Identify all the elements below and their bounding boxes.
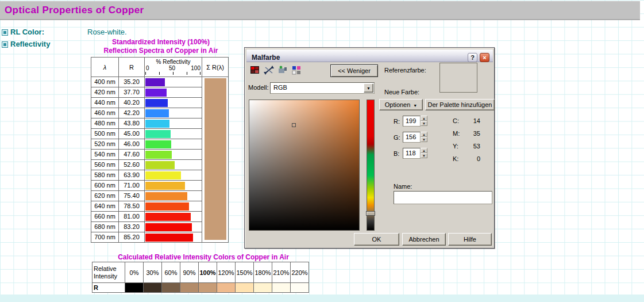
bar-cell bbox=[145, 150, 202, 160]
g-channel-spinner[interactable]: ▲ ▼ bbox=[421, 132, 427, 143]
ok-button[interactable]: OK bbox=[354, 233, 399, 246]
swatch-grid-icon[interactable] bbox=[291, 65, 303, 75]
rl-color-value: Rose-white. bbox=[87, 28, 127, 36]
less-button[interactable]: << Weniger bbox=[330, 64, 378, 77]
wavelength-cell: 460 nm bbox=[91, 108, 119, 118]
r-value-cell: 37.70 bbox=[119, 87, 145, 98]
color-gradient-field[interactable] bbox=[249, 100, 360, 231]
r-channel-spinner[interactable]: ▲ ▼ bbox=[421, 116, 427, 127]
hue-slider[interactable] bbox=[367, 100, 375, 231]
chevron-down-icon[interactable]: ▼ bbox=[364, 83, 373, 93]
reflectivity-header-label: % Reflectivity bbox=[145, 59, 202, 65]
dialog-titlebar[interactable]: Malfarbe ? × bbox=[246, 49, 493, 62]
ri-header-cell: 60% bbox=[162, 262, 180, 283]
rl-color-label: RL Color: bbox=[10, 28, 44, 36]
spectra-row: 400 nm35.20 bbox=[91, 77, 229, 87]
spectra-title-line2: Reflection Spectra of Copper in Air bbox=[91, 47, 231, 55]
wavelength-cell: 700 nm bbox=[91, 232, 119, 243]
chevron-down-icon: ▼ bbox=[413, 104, 417, 108]
spin-up-icon[interactable]: ▲ bbox=[421, 132, 427, 137]
reflectivity-bar bbox=[145, 202, 189, 211]
scale-ticks bbox=[145, 72, 202, 75]
g-channel-label: G: bbox=[394, 134, 402, 141]
cancel-button[interactable]: Abbrechen bbox=[402, 233, 446, 246]
b-channel-spinner[interactable]: ▲ ▼ bbox=[421, 148, 427, 159]
options-button[interactable]: Optionen▼ bbox=[379, 99, 423, 110]
bar-cell bbox=[145, 108, 202, 118]
wavelength-cell: 620 nm bbox=[91, 191, 119, 201]
ri-corner-cell: Relative Intensity bbox=[92, 262, 125, 283]
bar-cell bbox=[145, 160, 202, 170]
close-icon[interactable]: × bbox=[480, 53, 489, 62]
wavelength-cell: 480 nm bbox=[91, 118, 119, 129]
cmyk-m-readout: M:35 bbox=[453, 130, 480, 137]
cmyk-k-readout: K:0 bbox=[453, 155, 480, 162]
spin-down-icon[interactable]: ▼ bbox=[421, 153, 427, 158]
wavelength-cell: 660 nm bbox=[91, 212, 119, 222]
wavelength-cell: 420 nm bbox=[91, 87, 119, 98]
sum-color-fill bbox=[205, 78, 226, 240]
bar-cell bbox=[145, 118, 202, 129]
spin-up-icon[interactable]: ▲ bbox=[421, 116, 427, 121]
wavelength-cell: 560 nm bbox=[91, 160, 119, 170]
wavelength-cell: 680 nm bbox=[91, 222, 119, 232]
bar-cell bbox=[145, 77, 202, 87]
ri-header-cell: 100% bbox=[199, 262, 217, 283]
cmyk-y-readout: Y:53 bbox=[453, 143, 480, 150]
reflectivity-bar bbox=[145, 120, 169, 128]
bar-cell bbox=[145, 191, 202, 201]
scale-labels: 0 50 100 bbox=[145, 65, 202, 72]
r-value-cell: 75.40 bbox=[119, 191, 145, 201]
spectra-header-row: λ R % Reflectivity 0 50 100 Σ R(λ) bbox=[91, 58, 229, 77]
bar-cell bbox=[145, 139, 202, 150]
sum-color-cell bbox=[202, 77, 229, 243]
paint-tool-icon[interactable] bbox=[277, 65, 289, 75]
bullet-icon bbox=[2, 41, 8, 48]
bullet-icon bbox=[2, 29, 8, 36]
bar-cell bbox=[145, 212, 202, 222]
new-color-label: Neue Farbe: bbox=[384, 89, 419, 95]
wavelength-cell: 580 nm bbox=[91, 170, 119, 181]
ri-header-row: Relative Intensity 0%30%60%90%100%120%15… bbox=[92, 262, 309, 283]
page-header: Optical Properties of Copper bbox=[0, 1, 640, 20]
palette-icon[interactable] bbox=[249, 65, 261, 75]
reference-color-swatch bbox=[439, 63, 477, 93]
reflectivity-label: Reflectivity bbox=[10, 40, 50, 48]
reflectivity-scale-header: % Reflectivity 0 50 100 bbox=[145, 58, 202, 77]
ri-header-cell: 120% bbox=[217, 262, 236, 283]
bar-cell bbox=[145, 98, 202, 108]
relative-intensity-title: Calculated Relative Intensity Colors of … bbox=[91, 253, 315, 261]
relative-intensity-table: Relative Intensity 0%30%60%90%100%120%15… bbox=[92, 262, 309, 293]
help-button[interactable]: Hilfe bbox=[448, 233, 492, 246]
g-channel-field[interactable]: 156 bbox=[403, 132, 421, 143]
malfarbe-dialog: Malfarbe ? × << Weniger Referenzfarbe: N… bbox=[244, 47, 495, 249]
wavelength-cell: 520 nm bbox=[91, 139, 119, 150]
help-icon[interactable]: ? bbox=[468, 53, 477, 62]
ri-corner-line2: Intensity bbox=[94, 273, 125, 280]
ri-color-swatch bbox=[125, 283, 144, 293]
r-value-cell: 52.60 bbox=[119, 160, 145, 170]
screen-pick-icon[interactable] bbox=[263, 65, 275, 75]
sum-header: Σ R(λ) bbox=[202, 58, 229, 77]
spin-down-icon[interactable]: ▼ bbox=[421, 121, 427, 126]
ri-color-swatch bbox=[217, 283, 236, 293]
reflectivity-bar bbox=[145, 140, 171, 148]
r-channel-field[interactable]: 199 bbox=[403, 116, 421, 127]
add-to-palette-button[interactable]: Der Palette hinzufügen bbox=[425, 99, 495, 110]
color-marker[interactable] bbox=[292, 123, 296, 127]
ri-swatch-row: R bbox=[92, 283, 309, 293]
spin-up-icon[interactable]: ▲ bbox=[421, 148, 427, 153]
b-channel-field[interactable]: 118 bbox=[403, 148, 421, 159]
bar-cell bbox=[145, 170, 202, 181]
wavelength-cell: 440 nm bbox=[91, 98, 119, 108]
r-value-cell: 45.00 bbox=[119, 129, 145, 139]
bar-cell bbox=[145, 87, 202, 98]
name-input[interactable] bbox=[394, 191, 492, 204]
model-combobox[interactable]: RGB ▼ bbox=[270, 82, 375, 94]
hue-slider-handle[interactable] bbox=[366, 211, 375, 216]
wavelength-cell: 540 nm bbox=[91, 150, 119, 160]
ri-header-cell: 150% bbox=[236, 262, 254, 283]
name-label: Name: bbox=[394, 183, 412, 190]
spin-down-icon[interactable]: ▼ bbox=[421, 137, 427, 142]
bar-cell bbox=[145, 129, 202, 139]
